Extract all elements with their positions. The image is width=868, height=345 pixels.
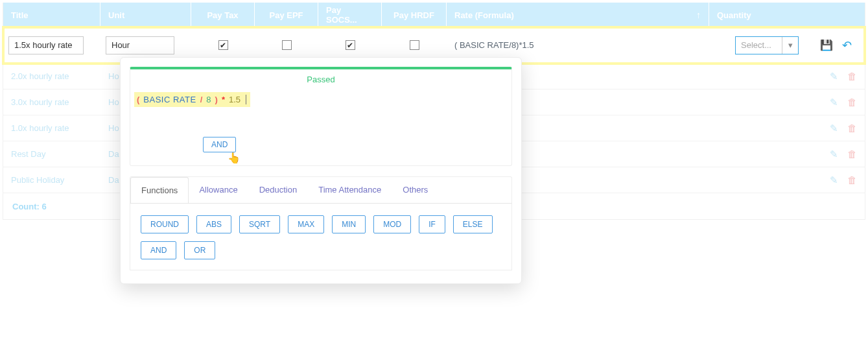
delete-icon[interactable]: 🗑	[847, 97, 857, 108]
tab-others[interactable]: Others	[392, 177, 439, 203]
col-rate-formula-label: Rate (Formula)	[454, 10, 514, 20]
validation-status: Passed	[130, 69, 511, 92]
save-icon[interactable]: 💾	[820, 39, 833, 51]
quantity-select[interactable]: Select... ▾	[735, 36, 799, 54]
token-slash: /	[200, 95, 203, 104]
col-pay-tax[interactable]: Pay Tax	[191, 3, 255, 27]
edit-icon[interactable]: ✎	[830, 149, 838, 160]
token-lparen: (	[137, 95, 139, 104]
and-suggestion-button[interactable]: AND	[203, 137, 236, 152]
fn-abs[interactable]: ABS	[196, 215, 231, 222]
edit-icon[interactable]: ✎	[830, 71, 838, 82]
delete-icon[interactable]: 🗑	[847, 123, 857, 134]
formula-display[interactable]: ( BASIC RATE/8)*1.5	[454, 40, 534, 50]
edit-icon[interactable]: ✎	[830, 174, 838, 186]
tab-time[interactable]: Time Attendance	[308, 177, 392, 203]
formula-editor[interactable]: Passed ( BASIC RATE / 8 ) * 1.5 AND 👆	[130, 67, 512, 166]
quantity-placeholder: Select...	[736, 37, 782, 54]
fn-else[interactable]: ELSE	[453, 215, 493, 222]
col-quantity[interactable]: Quantity	[709, 3, 865, 27]
row-title: 3.0x hourly rate	[3, 97, 100, 107]
chevron-down-icon[interactable]: ▾	[782, 37, 798, 54]
edit-icon[interactable]: ✎	[830, 123, 838, 134]
row-title: 1.0x hourly rate	[3, 123, 100, 133]
delete-icon[interactable]: 🗑	[847, 174, 857, 185]
token-number: 8	[206, 95, 211, 104]
fn-if[interactable]: IF	[419, 215, 445, 222]
delete-icon[interactable]: 🗑	[847, 149, 857, 160]
row-title: Public Holiday	[3, 175, 100, 185]
fn-round[interactable]: ROUND	[141, 215, 189, 222]
edit-icon[interactable]: ✎	[830, 97, 838, 108]
pay-hrdf-checkbox[interactable]	[410, 40, 419, 50]
token-mult: 1.5	[229, 95, 240, 104]
row-title: Rest Day	[3, 149, 100, 159]
sort-asc-icon[interactable]: ↑	[696, 10, 701, 20]
function-tabs: Functions Allowance Deduction Time Atten…	[130, 176, 512, 204]
row-title: 2.0x hourly rate	[3, 71, 100, 81]
token-star: *	[222, 95, 225, 104]
col-rate-formula[interactable]: Rate (Formula) ↑	[447, 3, 709, 27]
col-pay-socso[interactable]: Pay SOCS...	[318, 3, 382, 27]
col-pay-epf[interactable]: Pay EPF	[255, 3, 318, 27]
fn-max[interactable]: MAX	[288, 215, 324, 222]
grid-header: Title Unit Pay Tax Pay EPF Pay SOCS... P…	[3, 3, 865, 27]
fn-mod[interactable]: MOD	[373, 215, 411, 222]
formula-token-line[interactable]: ( BASIC RATE / 8 ) * 1.5	[134, 92, 250, 107]
text-caret	[246, 95, 246, 104]
token-identifier: BASIC RATE	[143, 95, 196, 104]
tab-functions[interactable]: Functions	[130, 177, 189, 204]
token-rparen: )	[215, 95, 218, 104]
cursor-hand-icon: 👆	[228, 152, 240, 164]
delete-icon[interactable]: 🗑	[847, 71, 857, 82]
title-input[interactable]	[8, 36, 84, 54]
tab-deduction[interactable]: Deduction	[249, 177, 309, 203]
function-buttons: ROUND ABS SQRT MAX MIN MOD IF ELSE AND O…	[130, 204, 512, 222]
formula-popover: Passed ( BASIC RATE / 8 ) * 1.5 AND 👆 Fu…	[120, 57, 522, 222]
pay-socso-checkbox[interactable]	[346, 40, 355, 50]
pay-epf-checkbox[interactable]	[282, 40, 292, 50]
pay-tax-checkbox[interactable]	[218, 40, 228, 50]
col-pay-hrdf[interactable]: Pay HRDF	[382, 3, 447, 27]
fn-sqrt[interactable]: SQRT	[239, 215, 280, 222]
col-title[interactable]: Title	[3, 3, 100, 27]
col-unit[interactable]: Unit	[100, 3, 191, 27]
tab-allowance[interactable]: Allowance	[189, 177, 248, 203]
undo-icon[interactable]: ↶	[842, 38, 852, 53]
fn-min[interactable]: MIN	[332, 215, 366, 222]
unit-input[interactable]	[106, 36, 174, 54]
